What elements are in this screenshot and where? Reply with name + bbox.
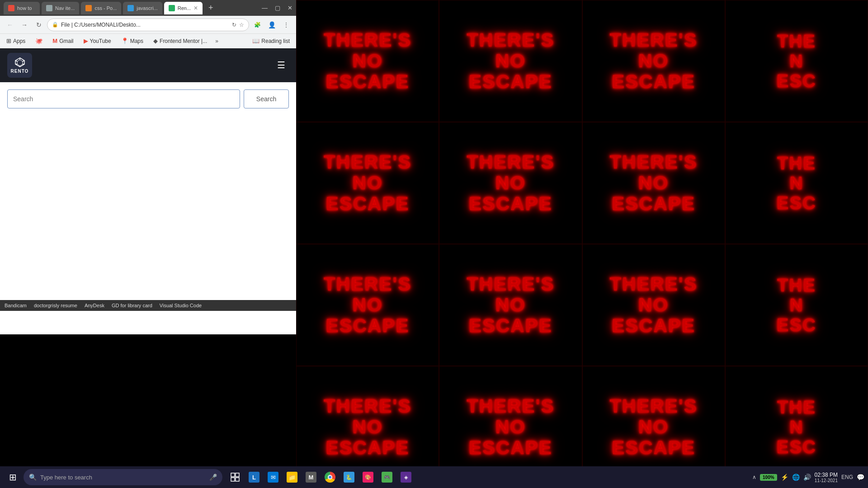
shortcut-bandicam[interactable]: Bandicam bbox=[5, 303, 27, 308]
back-button[interactable]: ← bbox=[4, 19, 16, 31]
address-lock-icon: 🔒 bbox=[52, 22, 58, 28]
close-button[interactable]: ✕ bbox=[288, 5, 292, 11]
tab-rento[interactable]: Ren... ✕ bbox=[164, 2, 203, 14]
tab-how-to[interactable]: how to bbox=[4, 2, 40, 14]
rento-logo-icon bbox=[14, 57, 25, 68]
tab-label: javascri... bbox=[137, 5, 157, 11]
taskbar-app-l[interactable]: L bbox=[245, 468, 263, 486]
tab-label: css - Po... bbox=[94, 5, 117, 11]
rento-search-input[interactable] bbox=[7, 89, 240, 108]
taskbar-search-placeholder: Type here to search bbox=[40, 474, 206, 481]
shortcut-anydesk[interactable]: AnyDesk bbox=[85, 303, 104, 308]
frontend-mentor-icon: ◆ bbox=[153, 38, 158, 44]
bookmark-maps[interactable]: 📍 Maps bbox=[119, 37, 145, 45]
taskbar-app-blue[interactable]: 🐍 bbox=[340, 468, 358, 486]
taskbar-app-files[interactable]: 📁 bbox=[283, 468, 301, 486]
reload-address-icon: ↻ bbox=[232, 22, 236, 28]
neon-tile: THENESC bbox=[725, 244, 868, 366]
svg-rect-11 bbox=[236, 478, 239, 481]
bookmark-youtube[interactable]: ▶ YouTube bbox=[82, 37, 113, 45]
volume-icon[interactable]: 🔊 bbox=[803, 474, 811, 481]
apps-grid-icon: ⊞ bbox=[6, 38, 11, 44]
address-bar[interactable]: 🔒 File | C:/Users/MONALI/Deskto... ↻ ☆ bbox=[47, 19, 249, 31]
svg-rect-10 bbox=[231, 478, 235, 481]
tab-nav-item[interactable]: Nav ite... bbox=[42, 2, 79, 14]
date-value: 11-12-2021 bbox=[815, 478, 838, 483]
title-bar: how to Nav ite... css - Po... javascri..… bbox=[0, 0, 296, 16]
tab-favicon bbox=[85, 5, 92, 11]
svg-rect-9 bbox=[236, 473, 239, 477]
address-text: File | C:/Users/MONALI/Deskto... bbox=[61, 22, 229, 28]
taskbar-app-paint[interactable]: 🎨 bbox=[359, 468, 377, 486]
neon-tile: THENESC bbox=[725, 122, 868, 244]
start-button[interactable]: ⊞ bbox=[4, 468, 22, 486]
tab-close-button[interactable]: ✕ bbox=[193, 5, 198, 11]
tab-label: Nav ite... bbox=[55, 5, 75, 11]
taskbar-app-mail[interactable]: ✉ bbox=[264, 468, 282, 486]
bookmark-reading-list[interactable]: 📖 Reading list bbox=[250, 37, 292, 45]
taskbar: ⊞ 🔍 Type here to search 🎤 L ✉ 📁 M bbox=[0, 466, 868, 488]
neon-tile: THERE'SNOESCAPE bbox=[439, 0, 582, 122]
bookmark-gmail-label: Gmail bbox=[59, 38, 73, 44]
show-hidden-icons[interactable]: ∧ bbox=[752, 474, 756, 480]
voice-search-icon[interactable]: 🎤 bbox=[209, 474, 217, 481]
rento-header: RENTO ☰ bbox=[0, 48, 296, 82]
forward-button[interactable]: → bbox=[18, 19, 31, 31]
neon-tile: THERE'SNOESCAPE bbox=[296, 0, 439, 122]
bookmark-apps[interactable]: ⊞ Apps bbox=[5, 37, 27, 45]
tab-favicon bbox=[127, 5, 134, 11]
bookmark-github[interactable]: 🐙 bbox=[33, 37, 44, 45]
neon-tile: THERE'SNOESCAPE bbox=[439, 244, 582, 366]
profile-button[interactable]: 👤 bbox=[265, 19, 278, 31]
tab-css[interactable]: css - Po... bbox=[81, 2, 121, 14]
neon-tile: THENESC bbox=[725, 0, 868, 122]
tab-javascript[interactable]: javascri... bbox=[123, 2, 162, 14]
taskbar-app-games[interactable]: 🎮 bbox=[378, 468, 396, 486]
shortcut-gd-library[interactable]: GD for library card bbox=[112, 303, 152, 308]
svg-rect-8 bbox=[231, 473, 235, 477]
maximize-button[interactable]: ▢ bbox=[275, 5, 280, 11]
hamburger-menu-button[interactable]: ☰ bbox=[274, 57, 289, 73]
tab-favicon bbox=[46, 5, 52, 11]
shortcut-vscode[interactable]: Visual Studio Code bbox=[160, 303, 202, 308]
battery-indicator: 100% bbox=[760, 474, 777, 481]
desktop-shortcuts-bar: Bandicam doctorgrisly resume AnyDesk GD … bbox=[0, 300, 296, 311]
taskbar-system-tray: ∧ 100% ⚡ 🌐 🔊 02:38 PM 11-12-2021 ENG 💬 bbox=[752, 472, 864, 483]
neon-tile: THERE'SNOESCAPE bbox=[439, 122, 582, 244]
time-value: 02:38 PM bbox=[815, 472, 838, 478]
taskbar-app-chrome[interactable] bbox=[321, 468, 339, 486]
reload-button[interactable]: ↻ bbox=[33, 19, 45, 31]
svg-marker-1 bbox=[17, 60, 23, 66]
reading-list-icon: 📖 bbox=[252, 38, 259, 44]
tab-favicon bbox=[169, 5, 175, 11]
neon-tile: THERE'SNOESCAPE bbox=[582, 0, 725, 122]
browser-window: how to Nav ite... css - Po... javascri..… bbox=[0, 0, 296, 334]
taskbar-pinned-apps: L ✉ 📁 M 🐍 🎨 🎮 ◈ bbox=[226, 468, 415, 486]
minimize-button[interactable]: — bbox=[262, 5, 268, 11]
task-view-icon bbox=[231, 473, 240, 482]
more-bookmarks-button[interactable]: » bbox=[215, 38, 218, 44]
star-icon[interactable]: ☆ bbox=[239, 22, 244, 28]
bookmark-apps-label: Apps bbox=[13, 38, 25, 44]
taskbar-app-code[interactable]: ◈ bbox=[397, 468, 415, 486]
new-tab-button[interactable]: + bbox=[204, 2, 217, 14]
rento-search-area: Search bbox=[0, 82, 296, 116]
notification-button[interactable]: 💬 bbox=[857, 474, 864, 481]
youtube-icon: ▶ bbox=[84, 38, 88, 44]
shortcut-doctorgrisly[interactable]: doctorgrisly resume bbox=[34, 303, 77, 308]
bookmark-frontend-mentor-label: Frontend Mentor |... bbox=[160, 38, 207, 44]
more-menu-button[interactable]: ⋮ bbox=[280, 19, 292, 31]
taskbar-app-m[interactable]: M bbox=[302, 468, 320, 486]
rento-logo-text: RENTO bbox=[11, 69, 29, 74]
neon-tile: THERE'SNOESCAPE bbox=[582, 244, 725, 366]
extensions-button[interactable]: 🧩 bbox=[251, 19, 264, 31]
taskbar-task-view[interactable] bbox=[226, 468, 244, 486]
network-icon[interactable]: 🌐 bbox=[792, 474, 800, 481]
rento-search-button[interactable]: Search bbox=[244, 89, 289, 108]
taskbar-search-bar[interactable]: 🔍 Type here to search 🎤 bbox=[24, 469, 222, 485]
time-display[interactable]: 02:38 PM 11-12-2021 bbox=[815, 472, 838, 483]
bookmark-gmail[interactable]: M Gmail bbox=[51, 37, 75, 45]
bookmark-frontend-mentor[interactable]: ◆ Frontend Mentor |... bbox=[151, 37, 209, 45]
maps-icon: 📍 bbox=[121, 38, 128, 44]
rento-app: RENTO ☰ Search bbox=[0, 48, 296, 334]
